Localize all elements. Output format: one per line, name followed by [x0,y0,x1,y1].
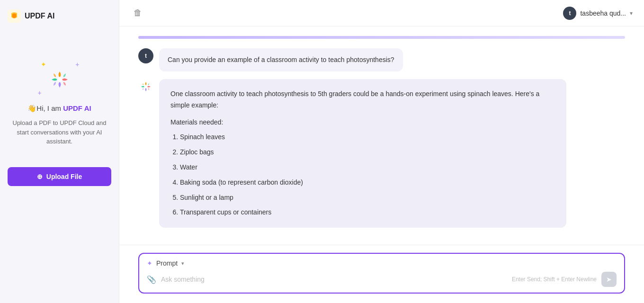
attach-icon[interactable]: 📎 [147,275,156,284]
scroll-indicator [138,36,625,39]
greeting-text: 👋Hi, I am UPDF AI [27,104,91,113]
updf-logo-icon [8,9,21,23]
user-avatar: t [563,7,576,20]
input-toolbar: ✦ Prompt ▾ [147,259,617,267]
send-button[interactable]: ➤ [601,272,617,287]
sidebar-logo: UPDF AI [8,9,54,23]
input-box: ✦ Prompt ▾ 📎 Enter Send; Shift + Enter N… [138,253,625,294]
trash-icon: 🗑 [134,8,142,18]
sparkle-top-right-icon: + [75,61,79,68]
sidebar-center: ✦ + + 👋Hi, I am UPDF AI Upload a PDF to … [8,61,111,158]
input-hint: Enter Send; Shift + Enter Newline [512,276,597,283]
delete-button[interactable]: 🗑 [131,5,145,21]
top-bar: 🗑 t tasbeeha qud... ▾ [119,0,644,27]
list-item: Ziploc bags [180,147,555,158]
input-row: 📎 Enter Send; Shift + Enter Newline ➤ [147,272,617,287]
user-bubble: Can you provide an example of a classroo… [159,48,403,71]
sidebar: UPDF AI ✦ + + 👋Hi, I am UPDF AI Upload a [0,0,119,303]
ai-avatar [138,79,153,94]
user-avatar-small: t [138,48,153,63]
list-item: Transparent cups or containers [180,207,555,218]
user-message: t Can you provide an example of a classr… [138,48,625,71]
prompt-label: Prompt [156,259,178,267]
greeting-brand: UPDF AI [63,104,91,112]
ai-message: One classroom activity to teach photosyn… [138,79,625,228]
materials-list: Spinach leaves Ziploc bags Water Baking … [170,132,555,218]
prompt-sparkle-icon: ✦ [147,259,152,267]
sparkle-top-left-icon: ✦ [41,61,46,68]
main-panel: 🗑 t tasbeeha qud... ▾ t Can you provide … [119,0,644,303]
svg-point-1 [57,77,62,82]
list-item: Spinach leaves [180,132,555,143]
prompt-dropdown-icon[interactable]: ▾ [181,260,184,267]
logo-text: UPDF AI [25,12,54,20]
list-item: Sunlight or a lamp [180,192,555,204]
sidebar-description: Upload a PDF to UPDF Cloud and start con… [8,118,111,146]
chevron-down-icon: ▾ [630,10,633,17]
ai-bubble: One classroom activity to teach photosyn… [159,79,566,228]
list-item: Baking soda (to represent carbon dioxide… [180,177,555,188]
logo-sparkle-container: ✦ + + [36,61,83,98]
ai-logo-icon [138,79,153,94]
user-name: tasbeeha qud... [580,9,626,17]
input-area: ✦ Prompt ▾ 📎 Enter Send; Shift + Enter N… [119,245,644,303]
user-menu[interactable]: t tasbeeha qud... ▾ [563,7,633,20]
send-icon: ➤ [606,276,612,283]
updf-flower-icon [47,67,72,92]
ai-intro-text: One classroom activity to teach photosyn… [170,89,555,111]
svg-point-2 [144,85,147,88]
list-item: Water [180,162,555,173]
upload-icon: ⊕ [37,173,43,180]
upload-file-button[interactable]: ⊕ Upload File [8,167,111,186]
materials-header: Materials needed: [170,117,555,128]
ask-input[interactable] [161,276,507,283]
sparkle-bottom-left-icon: + [38,89,42,97]
chat-content: t Can you provide an example of a classr… [119,27,644,245]
